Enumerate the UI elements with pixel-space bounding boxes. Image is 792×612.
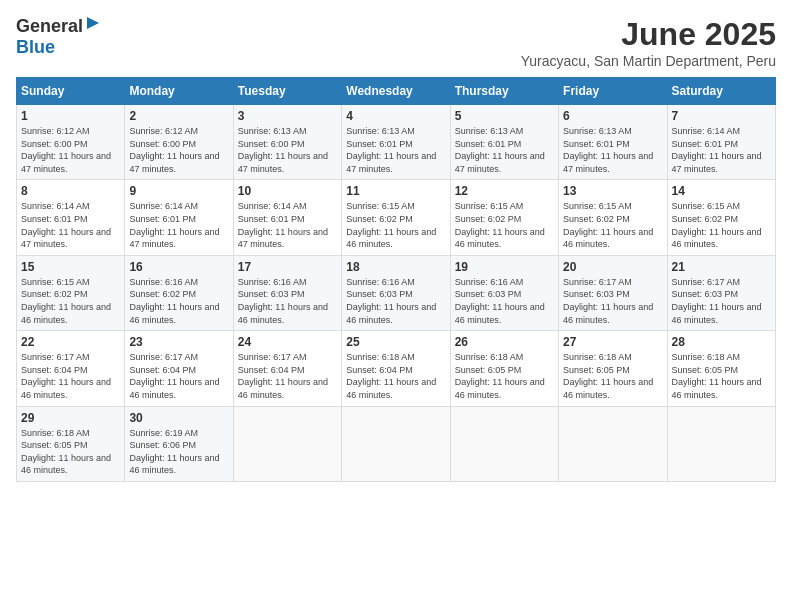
calendar-cell: 25 Sunrise: 6:18 AMSunset: 6:04 PMDaylig… (342, 331, 450, 406)
calendar-cell: 9 Sunrise: 6:14 AMSunset: 6:01 PMDayligh… (125, 180, 233, 255)
calendar-cell: 26 Sunrise: 6:18 AMSunset: 6:05 PMDaylig… (450, 331, 558, 406)
calendar-week-row: 29 Sunrise: 6:18 AMSunset: 6:05 PMDaylig… (17, 406, 776, 481)
calendar-cell: 3 Sunrise: 6:13 AMSunset: 6:00 PMDayligh… (233, 105, 341, 180)
day-info: Sunrise: 6:17 AMSunset: 6:04 PMDaylight:… (238, 352, 328, 400)
day-number: 27 (563, 335, 662, 349)
day-info: Sunrise: 6:18 AMSunset: 6:04 PMDaylight:… (346, 352, 436, 400)
day-number: 6 (563, 109, 662, 123)
calendar-cell: 7 Sunrise: 6:14 AMSunset: 6:01 PMDayligh… (667, 105, 775, 180)
day-number: 20 (563, 260, 662, 274)
calendar-cell (450, 406, 558, 481)
day-number: 7 (672, 109, 771, 123)
calendar-cell: 29 Sunrise: 6:18 AMSunset: 6:05 PMDaylig… (17, 406, 125, 481)
day-info: Sunrise: 6:17 AMSunset: 6:04 PMDaylight:… (129, 352, 219, 400)
calendar-cell: 8 Sunrise: 6:14 AMSunset: 6:01 PMDayligh… (17, 180, 125, 255)
calendar-week-row: 22 Sunrise: 6:17 AMSunset: 6:04 PMDaylig… (17, 331, 776, 406)
calendar-week-row: 1 Sunrise: 6:12 AMSunset: 6:00 PMDayligh… (17, 105, 776, 180)
day-number: 25 (346, 335, 445, 349)
calendar-week-row: 8 Sunrise: 6:14 AMSunset: 6:01 PMDayligh… (17, 180, 776, 255)
day-info: Sunrise: 6:15 AMSunset: 6:02 PMDaylight:… (455, 201, 545, 249)
day-number: 21 (672, 260, 771, 274)
day-info: Sunrise: 6:14 AMSunset: 6:01 PMDaylight:… (238, 201, 328, 249)
day-number: 3 (238, 109, 337, 123)
title-block: June 2025 Yuracyacu, San Martin Departme… (521, 16, 776, 69)
day-info: Sunrise: 6:18 AMSunset: 6:05 PMDaylight:… (563, 352, 653, 400)
calendar-table: SundayMondayTuesdayWednesdayThursdayFrid… (16, 77, 776, 482)
calendar-cell: 17 Sunrise: 6:16 AMSunset: 6:03 PMDaylig… (233, 255, 341, 330)
calendar-cell: 23 Sunrise: 6:17 AMSunset: 6:04 PMDaylig… (125, 331, 233, 406)
day-info: Sunrise: 6:18 AMSunset: 6:05 PMDaylight:… (672, 352, 762, 400)
calendar-cell (233, 406, 341, 481)
logo-blue-text: Blue (16, 37, 55, 57)
day-info: Sunrise: 6:16 AMSunset: 6:03 PMDaylight:… (455, 277, 545, 325)
weekday-header-sunday: Sunday (17, 78, 125, 105)
day-number: 24 (238, 335, 337, 349)
weekday-header-row: SundayMondayTuesdayWednesdayThursdayFrid… (17, 78, 776, 105)
day-info: Sunrise: 6:16 AMSunset: 6:02 PMDaylight:… (129, 277, 219, 325)
calendar-cell: 16 Sunrise: 6:16 AMSunset: 6:02 PMDaylig… (125, 255, 233, 330)
day-info: Sunrise: 6:18 AMSunset: 6:05 PMDaylight:… (455, 352, 545, 400)
day-info: Sunrise: 6:18 AMSunset: 6:05 PMDaylight:… (21, 428, 111, 476)
day-number: 18 (346, 260, 445, 274)
weekday-header-monday: Monday (125, 78, 233, 105)
day-info: Sunrise: 6:15 AMSunset: 6:02 PMDaylight:… (563, 201, 653, 249)
weekday-header-tuesday: Tuesday (233, 78, 341, 105)
day-number: 1 (21, 109, 120, 123)
day-number: 28 (672, 335, 771, 349)
day-info: Sunrise: 6:12 AMSunset: 6:00 PMDaylight:… (129, 126, 219, 174)
logo-flag-icon (85, 17, 99, 33)
day-number: 5 (455, 109, 554, 123)
day-number: 9 (129, 184, 228, 198)
day-info: Sunrise: 6:14 AMSunset: 6:01 PMDaylight:… (21, 201, 111, 249)
day-info: Sunrise: 6:14 AMSunset: 6:01 PMDaylight:… (672, 126, 762, 174)
calendar-cell: 5 Sunrise: 6:13 AMSunset: 6:01 PMDayligh… (450, 105, 558, 180)
calendar-cell: 18 Sunrise: 6:16 AMSunset: 6:03 PMDaylig… (342, 255, 450, 330)
calendar-cell: 15 Sunrise: 6:15 AMSunset: 6:02 PMDaylig… (17, 255, 125, 330)
day-info: Sunrise: 6:12 AMSunset: 6:00 PMDaylight:… (21, 126, 111, 174)
calendar-cell (342, 406, 450, 481)
page-header: General Blue June 2025 Yuracyacu, San Ma… (16, 16, 776, 69)
calendar-cell (559, 406, 667, 481)
day-number: 12 (455, 184, 554, 198)
weekday-header-saturday: Saturday (667, 78, 775, 105)
day-number: 8 (21, 184, 120, 198)
day-number: 4 (346, 109, 445, 123)
day-info: Sunrise: 6:13 AMSunset: 6:01 PMDaylight:… (563, 126, 653, 174)
day-info: Sunrise: 6:17 AMSunset: 6:03 PMDaylight:… (672, 277, 762, 325)
day-number: 26 (455, 335, 554, 349)
day-info: Sunrise: 6:15 AMSunset: 6:02 PMDaylight:… (346, 201, 436, 249)
calendar-week-row: 15 Sunrise: 6:15 AMSunset: 6:02 PMDaylig… (17, 255, 776, 330)
weekday-header-friday: Friday (559, 78, 667, 105)
svg-marker-0 (87, 17, 99, 29)
calendar-cell: 11 Sunrise: 6:15 AMSunset: 6:02 PMDaylig… (342, 180, 450, 255)
day-number: 10 (238, 184, 337, 198)
calendar-cell: 2 Sunrise: 6:12 AMSunset: 6:00 PMDayligh… (125, 105, 233, 180)
calendar-location: Yuracyacu, San Martin Department, Peru (521, 53, 776, 69)
calendar-cell: 13 Sunrise: 6:15 AMSunset: 6:02 PMDaylig… (559, 180, 667, 255)
calendar-cell: 19 Sunrise: 6:16 AMSunset: 6:03 PMDaylig… (450, 255, 558, 330)
logo-general-text: General (16, 16, 83, 37)
logo: General Blue (16, 16, 99, 58)
calendar-cell: 10 Sunrise: 6:14 AMSunset: 6:01 PMDaylig… (233, 180, 341, 255)
day-number: 29 (21, 411, 120, 425)
calendar-cell (667, 406, 775, 481)
calendar-cell: 20 Sunrise: 6:17 AMSunset: 6:03 PMDaylig… (559, 255, 667, 330)
calendar-cell: 6 Sunrise: 6:13 AMSunset: 6:01 PMDayligh… (559, 105, 667, 180)
calendar-cell: 30 Sunrise: 6:19 AMSunset: 6:06 PMDaylig… (125, 406, 233, 481)
weekday-header-thursday: Thursday (450, 78, 558, 105)
day-number: 14 (672, 184, 771, 198)
day-info: Sunrise: 6:15 AMSunset: 6:02 PMDaylight:… (21, 277, 111, 325)
day-number: 19 (455, 260, 554, 274)
weekday-header-wednesday: Wednesday (342, 78, 450, 105)
calendar-cell: 1 Sunrise: 6:12 AMSunset: 6:00 PMDayligh… (17, 105, 125, 180)
day-number: 30 (129, 411, 228, 425)
day-info: Sunrise: 6:15 AMSunset: 6:02 PMDaylight:… (672, 201, 762, 249)
day-info: Sunrise: 6:17 AMSunset: 6:04 PMDaylight:… (21, 352, 111, 400)
calendar-cell: 21 Sunrise: 6:17 AMSunset: 6:03 PMDaylig… (667, 255, 775, 330)
day-number: 22 (21, 335, 120, 349)
calendar-cell: 12 Sunrise: 6:15 AMSunset: 6:02 PMDaylig… (450, 180, 558, 255)
day-number: 15 (21, 260, 120, 274)
day-info: Sunrise: 6:13 AMSunset: 6:01 PMDaylight:… (346, 126, 436, 174)
day-info: Sunrise: 6:16 AMSunset: 6:03 PMDaylight:… (346, 277, 436, 325)
day-info: Sunrise: 6:16 AMSunset: 6:03 PMDaylight:… (238, 277, 328, 325)
